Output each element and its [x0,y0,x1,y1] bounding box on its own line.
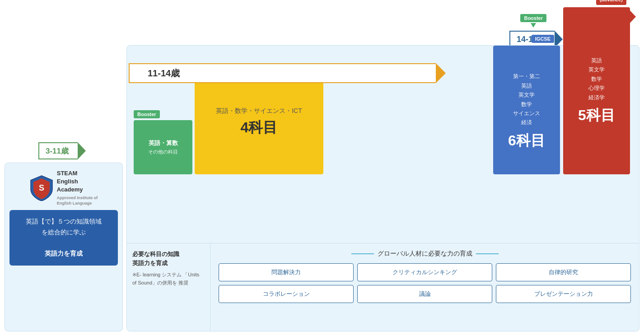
booster-igcse: Booster [520,14,546,28]
igcse-block: 第一・第二 英語 英文学 数学 サイエンス 経済 6科目 [493,46,560,174]
booster-green-1: Booster [134,110,160,118]
bottom-info-area: 必要な科目の知識英語力を育成 ※E- learning システム 「Units … [127,243,639,331]
skill-item-2: クリティカルシンキング [357,263,492,281]
logo-text: STEAM English Academy Approved Institute… [57,169,98,206]
alevel-block: 英語 英文学 数学 心理学 経済学 5科目 [563,7,630,174]
skill-item-1: 問題解決力 [219,263,354,281]
main-content-area: Booster 英語・算数 その他の科目 NS1 Booster [126,45,639,331]
yellow-main-block: 英語・数学・サイエンス・ICT 4科目 [195,70,323,174]
age-11-14-label: 11-14歳 [148,67,180,79]
skill-item-6: プレゼンテーション力 [496,285,631,303]
blue-info-box: 英語【で】５つの知識領域 を総合的に学ぶ 英語力を育成 [9,210,118,266]
green-main-block: 英語・算数 その他の科目 [134,120,192,174]
skill-item-3: 自律的研究 [496,263,631,281]
igcse-label: IGCSE [532,34,554,43]
skill-item-4: コラボレーション [219,285,354,303]
green-block-container: Booster 英語・算数 その他の科目 [134,110,192,174]
left-panel: S STEAM English Academy Approved Institu… [5,163,123,331]
skills-title: グローバル人材に必要な力の育成 [219,250,631,258]
age-3-11-label: 3-11歳 [46,146,69,156]
staircase-area: Booster 英語・算数 その他の科目 NS1 Booster [131,68,635,258]
age-3-11-arrow: 3-11歳 [38,142,86,159]
page-container: 16-18歳 14-16歳 3-11歳 11-14歳 [0,0,644,336]
shield-logo: S [30,175,53,201]
svg-text:S: S [39,183,44,192]
logo-container: S STEAM English Academy Approved Institu… [30,169,98,206]
age-11-14-arrow: 11-14歳 [129,63,446,83]
alevel-label: A-Level(advance) [596,0,626,5]
skill-item-5: 議論 [357,285,492,303]
subject-note-section: 必要な科目の知識英語力を育成 ※E- learning システム 「Units … [127,243,210,331]
skills-section: グローバル人材に必要な力の育成 問題解決力 クリティカルシンキング 自律的研究 … [210,243,639,331]
skills-grid: 問題解決力 クリティカルシンキング 自律的研究 コラボレーション 議論 [219,263,631,303]
